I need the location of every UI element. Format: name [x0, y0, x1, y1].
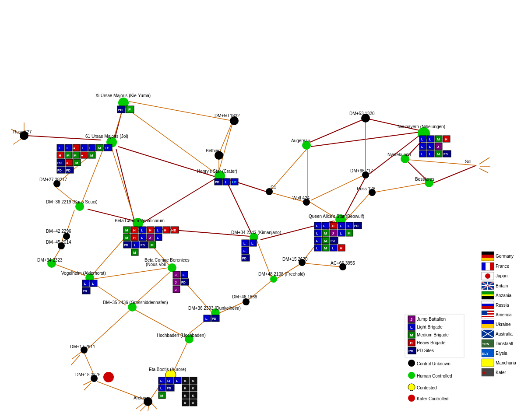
svg-text:L: L [429, 145, 431, 149]
svg-text:Kafer Controlled: Kafer Controlled [417, 396, 448, 401]
label-neubayern: Neubayern (Nibelungen) [398, 124, 445, 129]
svg-text:K: K [184, 394, 187, 398]
svg-text:H: H [133, 236, 136, 240]
svg-text:L: L [160, 379, 162, 383]
svg-text:M: M [98, 146, 101, 150]
svg-rect-366 [482, 324, 494, 328]
svg-text:H: H [410, 341, 413, 345]
svg-text:PD: PD [83, 290, 87, 293]
svg-text:Australia: Australia [496, 332, 513, 336]
label-vogelheim: Vogelheim (Alderhorst) [61, 271, 106, 276]
svg-text:Tanstaafl: Tanstaafl [496, 341, 513, 346]
svg-text:K: K [184, 379, 187, 383]
label-61-ursae: 61 Ursae Majoris (Joi) [85, 134, 128, 139]
svg-text:L: L [340, 231, 342, 235]
svg-text:Human Controlled: Human Controlled [417, 374, 452, 378]
svg-rect-365 [482, 320, 494, 324]
label-dm36-2219: DM+36 2219 (Sans Souci) [46, 200, 98, 204]
label-bethier: Bethier [206, 148, 220, 153]
svg-text:E: E [128, 108, 131, 112]
svg-text:ELY: ELY [482, 352, 489, 356]
svg-text:J: J [410, 317, 412, 322]
svg-text:H: H [340, 246, 342, 250]
svg-text:L: L [157, 228, 159, 232]
svg-text:H: H [164, 228, 166, 232]
svg-rect-362 [482, 317, 494, 318]
svg-text:L: L [225, 180, 227, 184]
svg-text:M: M [324, 231, 327, 235]
svg-text:H: H [133, 228, 136, 232]
svg-text:L: L [316, 224, 318, 228]
svg-text:Japan: Japan [496, 273, 507, 278]
svg-text:J: J [149, 236, 151, 240]
svg-text:L: L [89, 146, 92, 150]
label-queen-alices: Queen Alice's Star (Beowulf) [309, 214, 364, 219]
svg-text:PD: PD [57, 169, 62, 172]
svg-text:L: L [316, 239, 318, 243]
svg-point-103 [270, 276, 277, 283]
svg-text:Kafer: Kafer [496, 370, 507, 375]
svg-text:Elysia: Elysia [496, 351, 507, 356]
svg-text:L: L [243, 242, 246, 245]
svg-text:PD: PD [66, 169, 70, 172]
svg-point-326 [408, 395, 415, 402]
svg-text:France: France [496, 264, 510, 269]
svg-text:PD: PD [167, 387, 171, 390]
label-dm35: DM+35 2436 (Grosshiddenhafen) [103, 300, 168, 305]
label-dm46: DM+46 1889 [232, 294, 257, 299]
svg-text:L: L [67, 146, 69, 150]
svg-text:L: L [134, 243, 136, 247]
svg-text:PD: PD [181, 281, 186, 284]
svg-text:M: M [90, 154, 93, 158]
svg-text:L: L [421, 152, 423, 156]
svg-text:Ukraine: Ukraine [496, 322, 511, 327]
svg-text:M: M [410, 333, 413, 337]
svg-text:H: H [59, 154, 61, 158]
label-dm66: DM+66 717 [350, 168, 373, 173]
svg-text:L: L [429, 152, 431, 156]
label-dm27: DM+27 28217 [39, 177, 67, 182]
svg-rect-335 [490, 262, 494, 270]
svg-text:M: M [348, 231, 351, 235]
svg-point-339 [485, 273, 490, 279]
svg-text:M: M [133, 251, 136, 255]
svg-text:Manchuria: Manchuria [496, 360, 516, 365]
svg-text:Heavy Brigade: Heavy Brigade [417, 340, 446, 345]
label-dm17: DM+17 2611 [70, 344, 95, 349]
svg-text:M: M [324, 246, 327, 250]
svg-text:●: ● [81, 154, 83, 158]
svg-point-99 [168, 263, 176, 272]
svg-rect-334 [486, 262, 490, 270]
svg-text:L: L [82, 146, 84, 150]
svg-text:J: J [437, 145, 439, 149]
svg-text:Light Brigade: Light Brigade [417, 325, 443, 329]
label-dm48: DM+48 2108 (Freehold) [258, 272, 305, 276]
label-wolf424: Wolf 424 [292, 196, 310, 200]
svg-text:K: K [184, 401, 187, 405]
svg-point-110 [103, 372, 114, 382]
svg-rect-333 [482, 262, 486, 270]
svg-text:Control Unknown: Control Unknown [417, 361, 451, 366]
svg-text:PD Sites: PD Sites [417, 348, 434, 353]
svg-point-88 [243, 298, 250, 305]
svg-text:PD: PD [444, 153, 448, 156]
label-bessieres: Bessieres [415, 177, 434, 182]
label-dm18: DM+18 2776 [75, 372, 101, 377]
svg-text:●: ● [73, 146, 75, 150]
svg-text:L: L [429, 137, 431, 141]
svg-point-320 [408, 360, 415, 367]
label-dm53: DM+53 1320 [349, 111, 375, 116]
label-arcturus: Arcturus [134, 396, 150, 400]
svg-text:K: K [192, 386, 194, 390]
svg-text:M: M [67, 154, 70, 158]
svg-text:J: J [175, 288, 176, 292]
svg-text:PD: PD [141, 244, 145, 247]
label-dm15: DM+15 2620 [282, 257, 308, 262]
label-c1: C1 [271, 185, 276, 190]
svg-text:M: M [125, 228, 128, 232]
svg-text:Medium Brigade: Medium Brigade [417, 332, 449, 337]
svg-text:PD: PD [354, 224, 359, 228]
svg-text:L: L [92, 282, 94, 286]
label-sol: Sol [465, 159, 471, 164]
svg-text:L: L [205, 317, 208, 321]
